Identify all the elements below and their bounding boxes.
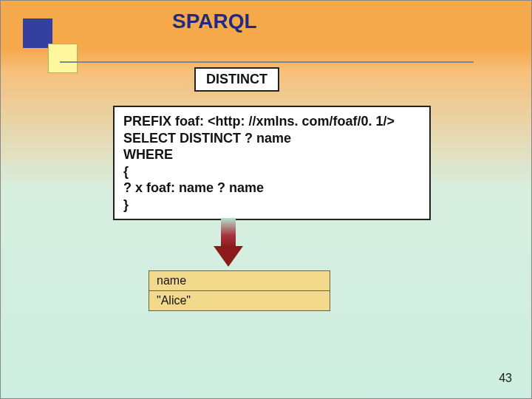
query-line: WHERE (123, 146, 420, 163)
query-box: PREFIX foaf: <http: //xmlns. com/foaf/0.… (113, 106, 431, 220)
result-header: name (149, 271, 330, 291)
query-line: PREFIX foaf: <http: //xmlns. com/foaf/0.… (123, 113, 420, 130)
query-line: SELECT DISTINCT ? name (123, 130, 420, 147)
slide: SPARQL DISTINCT PREFIX foaf: <http: //xm… (0, 0, 532, 399)
result-table: name "Alice" (149, 270, 330, 311)
query-line: { (123, 163, 420, 180)
bullet-icon (23, 18, 78, 73)
keyword-box: DISTINCT (194, 67, 279, 92)
arrow-down-icon (214, 218, 243, 271)
slide-title: SPARQL (172, 10, 257, 33)
result-row: "Alice" (149, 291, 330, 311)
query-line: ? x foaf: name ? name (123, 180, 420, 197)
page-number: 43 (499, 372, 512, 385)
query-line: } (123, 197, 420, 214)
divider (60, 61, 474, 63)
